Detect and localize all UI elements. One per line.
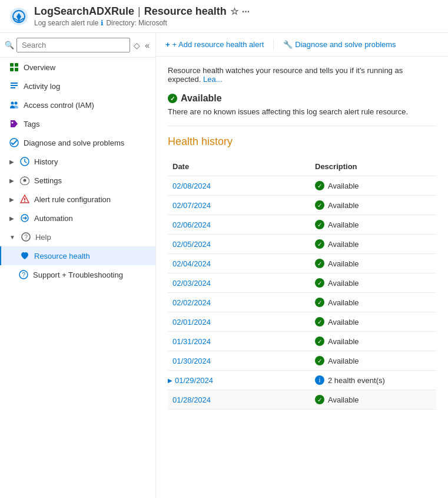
diagnose-icon — [9, 138, 19, 147]
check-icon: ✓ — [315, 220, 324, 229]
header-subtitle: Log search alert rule ℹ Directory: Micro… — [34, 19, 250, 27]
azure-logo — [9, 7, 28, 26]
automation-icon — [20, 213, 29, 223]
help-icon: ? — [21, 232, 31, 242]
check-icon: ✓ — [315, 356, 324, 365]
check-icon: ✓ — [315, 259, 324, 268]
section-divider — [168, 126, 436, 126]
activity-log-icon — [9, 81, 19, 91]
collapse-icon-button[interactable]: « — [144, 39, 151, 51]
svg-rect-6 — [11, 85, 18, 86]
subtitle-type: Log search alert rule — [34, 19, 98, 27]
table-row: 02/06/2024 ✓ Available — [168, 215, 436, 235]
search-bar: 🔍 ◇ « — [0, 33, 155, 58]
svg-rect-1 — [10, 63, 14, 67]
table-row: 02/07/2024 ✓ Available — [168, 196, 436, 215]
desc-cell: ✓ Available — [315, 337, 436, 346]
sidebar-item-resource-health[interactable]: Resource health — [0, 246, 155, 265]
sidebar-item-label: Activity log — [24, 82, 60, 91]
history-icon — [20, 157, 29, 166]
svg-rect-4 — [15, 68, 18, 71]
status-text: Available — [328, 395, 359, 404]
sidebar-item-automation[interactable]: ▶ Automation — [0, 209, 155, 227]
sidebar-item-diagnose[interactable]: Diagnose and solve problems — [0, 133, 155, 152]
toolbar-separator — [273, 39, 274, 51]
chevron-right-icon: ▶ — [9, 215, 14, 222]
add-alert-button[interactable]: + + Add resource health alert — [165, 38, 264, 51]
desc-cell: ✓ Available — [315, 220, 436, 229]
sidebar-item-activity-log[interactable]: Activity log — [0, 77, 155, 95]
status-text: Available — [328, 182, 359, 190]
overview-icon — [9, 62, 19, 72]
table-row: 01/30/2024 ✓ Available — [168, 351, 436, 371]
svg-point-8 — [11, 102, 14, 105]
search-input[interactable] — [16, 38, 130, 52]
status-text: Available — [328, 220, 359, 229]
table-row: 01/28/2024 ✓ Available — [168, 390, 436, 410]
tags-icon — [9, 119, 19, 128]
date-cell: 02/01/2024 — [168, 318, 315, 326]
check-icon: ✓ — [315, 278, 324, 288]
diagnose-button[interactable]: 🔧 Diagnose and solve problems — [283, 38, 396, 51]
table-row: 02/08/2024 ✓ Available — [168, 176, 436, 196]
sidebar-item-label: Tags — [24, 120, 39, 128]
desc-cell: i 2 health event(s) — [315, 375, 436, 385]
date-cell: 01/31/2024 — [168, 337, 315, 346]
chevron-right-icon: ▶ — [9, 159, 14, 165]
date-cell: 01/28/2024 — [168, 395, 315, 404]
status-text: Available — [328, 318, 359, 326]
svg-point-10 — [12, 122, 14, 124]
date-cell: 02/08/2024 — [168, 182, 315, 190]
sidebar-item-help-group[interactable]: ▼ ? Help — [0, 227, 155, 246]
date-column-header: Date — [168, 162, 315, 171]
status-text: 2 health event(s) — [328, 376, 385, 385]
status-label: Available — [181, 93, 222, 104]
date-cell: 02/06/2024 — [168, 220, 315, 229]
svg-text:?: ? — [22, 272, 26, 278]
desc-cell: ✓ Available — [315, 317, 436, 326]
svg-rect-5 — [11, 83, 18, 84]
sidebar-item-overview[interactable]: Overview — [0, 58, 155, 77]
table-row[interactable]: ▶ 01/29/2024 i 2 health event(s) — [168, 371, 436, 390]
svg-text:?: ? — [24, 234, 28, 240]
info-icon: ℹ — [101, 19, 104, 27]
directory-label: Directory: Microsoft — [106, 19, 167, 27]
sidebar-item-access-control[interactable]: Access control (IAM) — [0, 95, 155, 114]
support-icon: ? — [19, 270, 28, 279]
sidebar-item-alert-rule[interactable]: ▶ Alert rule configuration — [0, 190, 155, 209]
table-row: 02/03/2024 ✓ Available — [168, 273, 436, 293]
more-icon[interactable]: ··· — [242, 6, 250, 17]
title-separator: | — [138, 5, 141, 18]
sidebar-item-tags[interactable]: Tags — [0, 114, 155, 133]
sidebar-item-label: Automation — [34, 214, 73, 223]
sidebar-item-label: Settings — [34, 176, 62, 185]
sidebar-item-history[interactable]: ▶ History — [0, 152, 155, 171]
alert-rule-icon — [20, 194, 29, 204]
sidebar-item-settings[interactable]: ▶ Settings — [0, 171, 155, 190]
learn-more-link[interactable]: Lea... — [203, 75, 223, 84]
header-title: LogSearchADXRule | Resource health ☆ ··· — [34, 5, 250, 18]
access-control-icon — [9, 100, 19, 110]
description-column-header: Description — [315, 162, 436, 171]
date-cell[interactable]: ▶ 01/29/2024 — [168, 376, 315, 385]
status-text: Available — [328, 298, 359, 307]
chevron-right-icon: ▶ — [9, 196, 14, 203]
star-icon[interactable]: ☆ — [230, 6, 238, 17]
svg-rect-2 — [15, 63, 18, 67]
desc-cell: ✓ Available — [315, 356, 436, 365]
table-row: 02/02/2024 ✓ Available — [168, 293, 436, 312]
filter-icon-button[interactable]: ◇ — [132, 39, 141, 51]
resource-health-info: Resource health watches your resource an… — [168, 66, 436, 84]
health-history-title: Health history — [168, 136, 436, 148]
wrench-icon: 🔧 — [283, 40, 293, 49]
search-icon-group: ◇ « — [132, 39, 151, 51]
diagnose-label: Diagnose and solve problems — [295, 40, 396, 49]
page-title: Resource health — [144, 5, 227, 18]
desc-cell: ✓ Available — [315, 278, 436, 288]
status-available: ✓ Available — [168, 93, 436, 104]
resource-health-icon — [20, 251, 29, 260]
settings-icon — [20, 176, 29, 185]
check-icon: ✓ — [315, 317, 324, 326]
sidebar-item-support[interactable]: ? Support + Troubleshooting — [0, 265, 155, 284]
sidebar-item-label: Overview — [24, 63, 55, 72]
